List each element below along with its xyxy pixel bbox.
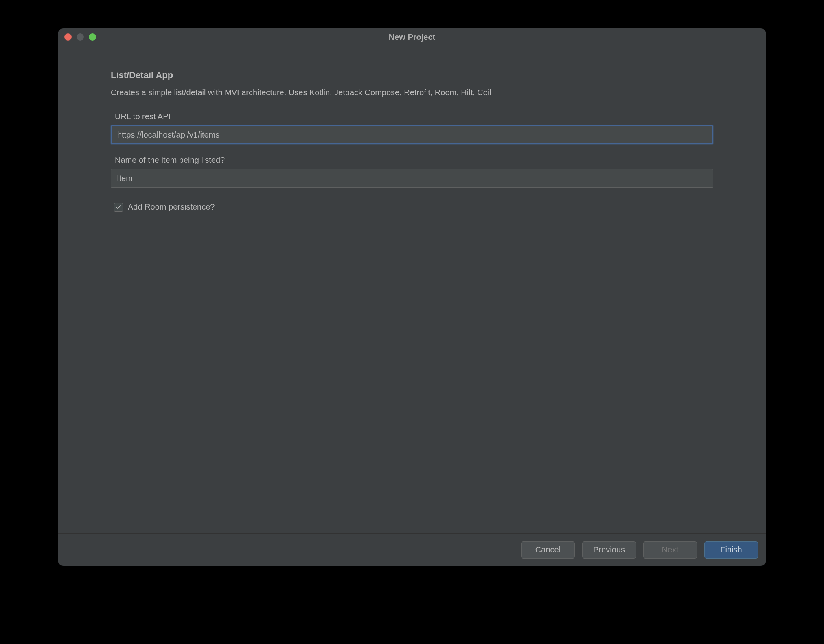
page-description: Creates a simple list/detail with MVI ar… (111, 88, 713, 97)
titlebar: New Project (58, 28, 766, 46)
room-persistence-row: Add Room persistence? (114, 202, 713, 212)
item-name-field-label: Name of the item being listed? (115, 156, 713, 165)
minimize-icon[interactable] (77, 33, 84, 41)
dialog-content: List/Detail App Creates a simple list/de… (58, 46, 766, 533)
room-persistence-label: Add Room persistence? (128, 202, 215, 212)
next-button: Next (643, 541, 697, 559)
item-name-input[interactable] (111, 169, 713, 188)
window-title: New Project (58, 33, 766, 42)
finish-button[interactable]: Finish (704, 541, 758, 559)
room-persistence-checkbox[interactable] (114, 203, 123, 212)
cancel-button[interactable]: Cancel (521, 541, 575, 559)
maximize-icon[interactable] (89, 33, 96, 41)
dialog-window: New Project List/Detail App Creates a si… (58, 28, 766, 566)
url-input[interactable] (111, 125, 713, 144)
dialog-footer: Cancel Previous Next Finish (58, 533, 766, 566)
page-heading: List/Detail App (111, 70, 713, 81)
checkmark-icon (116, 204, 121, 210)
previous-button[interactable]: Previous (582, 541, 636, 559)
window-controls (64, 33, 96, 41)
close-icon[interactable] (64, 33, 72, 41)
url-field-label: URL to rest API (115, 112, 713, 121)
